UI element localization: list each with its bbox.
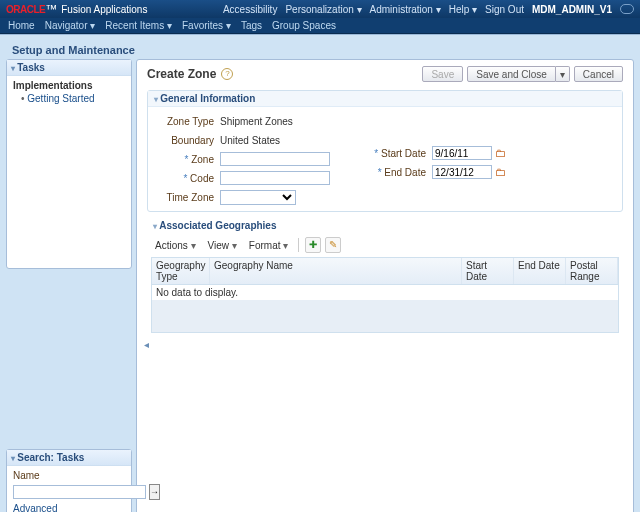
nav-favorites[interactable]: Favorites <box>182 20 231 31</box>
search-name-input[interactable] <box>13 485 146 499</box>
save-and-close-menu[interactable]: ▾ <box>556 66 570 82</box>
search-go-button[interactable]: → <box>149 484 160 500</box>
user-name: MDM_ADMIN_V1 <box>532 4 612 15</box>
sign-out-link[interactable]: Sign Out <box>485 4 524 15</box>
geo-toolbar: Actions View Format ✚ ✎ <box>151 235 619 255</box>
search-advanced-link[interactable]: Advanced <box>13 503 125 512</box>
help-menu[interactable]: Help <box>449 4 477 15</box>
calendar-icon[interactable]: 🗀 <box>495 165 509 179</box>
time-zone-label: Time Zone <box>158 192 214 203</box>
code-input[interactable] <box>220 171 330 185</box>
boundary-label: Boundary <box>158 135 214 146</box>
global-header: ORACLE™Fusion Applications Accessibility… <box>0 0 640 18</box>
search-name-label: Name <box>13 470 41 481</box>
associated-geographies-header[interactable]: Associated Geographies <box>147 218 623 233</box>
grid-empty-message: No data to display. <box>152 285 618 300</box>
zone-input[interactable] <box>220 152 330 166</box>
code-label: Code <box>158 173 214 184</box>
general-information-header[interactable]: General Information <box>148 91 622 107</box>
col-end-date[interactable]: End Date <box>514 258 566 284</box>
zone-type-label: Zone Type <box>158 116 214 127</box>
zone-type-value: Shipment Zones <box>220 116 293 127</box>
personalization-menu[interactable]: Personalization <box>285 4 361 15</box>
calendar-icon[interactable]: 🗀 <box>495 146 509 160</box>
nav-recent-items[interactable]: Recent Items <box>105 20 172 31</box>
actions-menu[interactable]: Actions <box>151 239 200 252</box>
collapse-handle-icon[interactable]: ◂ <box>144 339 149 350</box>
nav-tags[interactable]: Tags <box>241 20 262 31</box>
search-tasks-panel: Search: Tasks Name → Advanced <box>6 449 132 512</box>
help-icon[interactable]: ? <box>221 68 233 80</box>
administration-menu[interactable]: Administration <box>370 4 441 15</box>
nav-group-spaces[interactable]: Group Spaces <box>272 20 336 31</box>
main-content: Create Zone ? Save Save and Close ▾ Canc… <box>136 59 634 512</box>
associated-geographies-section: Associated Geographies Actions View Form… <box>147 218 623 335</box>
nav-home[interactable]: Home <box>8 20 35 31</box>
format-menu[interactable]: Format <box>245 239 292 252</box>
start-date-input[interactable] <box>432 146 492 160</box>
region-title: Create Zone <box>147 67 216 81</box>
save-button[interactable]: Save <box>422 66 463 82</box>
tasks-panel: Tasks Implementations Getting Started <box>6 59 132 269</box>
view-menu[interactable]: View <box>204 239 241 252</box>
nav-navigator[interactable]: Navigator <box>45 20 96 31</box>
tasks-panel-header[interactable]: Tasks <box>7 60 131 76</box>
boundary-value: United States <box>220 135 280 146</box>
grid-filler <box>152 300 618 332</box>
grid-header-row: Geography Type Geography Name Start Date… <box>152 258 618 285</box>
zone-label: Zone <box>158 154 214 165</box>
global-links: Accessibility Personalization Administra… <box>223 4 634 15</box>
add-icon[interactable]: ✚ <box>305 237 321 253</box>
time-zone-select[interactable] <box>220 190 296 205</box>
accessibility-link[interactable]: Accessibility <box>223 4 277 15</box>
col-start-date[interactable]: Start Date <box>462 258 514 284</box>
col-geography-name[interactable]: Geography Name <box>210 258 462 284</box>
tasks-heading: Implementations <box>13 80 125 91</box>
start-date-label: Start Date <box>370 148 426 159</box>
edit-icon[interactable]: ✎ <box>325 237 341 253</box>
oracle-o-icon <box>620 4 634 14</box>
general-information-section: General Information Zone TypeShipment Zo… <box>147 90 623 212</box>
task-getting-started[interactable]: Getting Started <box>21 93 125 104</box>
end-date-input[interactable] <box>432 165 492 179</box>
separator <box>298 238 299 252</box>
col-geography-type[interactable]: Geography Type <box>152 258 210 284</box>
end-date-label: End Date <box>370 167 426 178</box>
save-and-close-button[interactable]: Save and Close <box>467 66 556 82</box>
primary-nav: Home Navigator Recent Items Favorites Ta… <box>0 18 640 34</box>
cancel-button[interactable]: Cancel <box>574 66 623 82</box>
brand-logo: ORACLE™Fusion Applications <box>6 2 147 16</box>
geo-grid: Geography Type Geography Name Start Date… <box>151 257 619 333</box>
search-panel-header[interactable]: Search: Tasks <box>7 450 131 466</box>
col-postal-range[interactable]: Postal Range <box>566 258 618 284</box>
page-title: Setup and Maintenance <box>6 41 634 59</box>
